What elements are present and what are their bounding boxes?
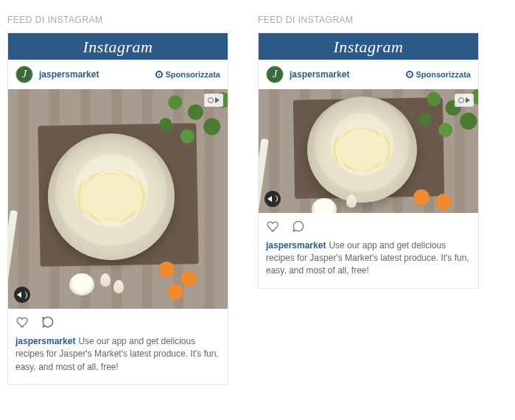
garlic — [346, 195, 357, 208]
gear-icon — [406, 71, 413, 78]
sponsored-label[interactable]: Sponsorizzata — [406, 70, 471, 79]
like-icon[interactable] — [15, 315, 30, 329]
post-caption: jaspersmarketUse our app and get delicio… — [259, 237, 478, 288]
gear-icon — [155, 71, 163, 78]
instagram-card: Instagram J jaspersmarket Sponsorizzata — [7, 32, 228, 385]
post-actions — [8, 309, 228, 332]
section-label: FEED DI INSTAGRAM — [7, 15, 228, 25]
instagram-brand-header: Instagram — [259, 33, 478, 60]
instagram-card: Instagram J jaspersmarket Sponsorizzata — [258, 32, 479, 289]
instagram-brand-header: Instagram — [8, 33, 228, 60]
username-link[interactable]: jaspersmarket — [39, 69, 99, 80]
post-header: J jaspersmarket Sponsorizzata — [259, 60, 478, 89]
username-link[interactable]: jaspersmarket — [290, 69, 349, 80]
comment-icon[interactable] — [41, 315, 55, 329]
post-media[interactable] — [8, 89, 228, 309]
sound-toggle-icon[interactable] — [264, 191, 281, 207]
garlic — [113, 280, 124, 293]
post-header: J jaspersmarket Sponsorizzata — [8, 60, 228, 89]
comment-icon[interactable] — [291, 219, 306, 234]
sponsored-text: Sponsorizzata — [416, 70, 471, 79]
caption-username[interactable]: jaspersmarket — [15, 336, 75, 346]
video-indicator-icon — [204, 94, 223, 107]
sound-toggle-icon[interactable] — [14, 287, 30, 303]
caption-username[interactable]: jaspersmarket — [266, 240, 326, 251]
post-actions — [259, 213, 478, 237]
avatar[interactable]: J — [266, 66, 284, 83]
sponsored-text: Sponsorizzata — [165, 70, 220, 79]
carrot-slice — [413, 189, 430, 206]
post-media[interactable] — [259, 89, 478, 213]
garlic — [100, 273, 111, 287]
preview-column-square: FEED DI INSTAGRAM Instagram J jaspersmar… — [7, 15, 228, 385]
section-label: FEED DI INSTAGRAM — [258, 15, 479, 25]
avatar[interactable]: J — [15, 66, 33, 83]
video-indicator-icon — [455, 94, 474, 107]
sponsored-label[interactable]: Sponsorizzata — [155, 70, 220, 79]
post-caption: jaspersmarketUse our app and get delicio… — [8, 332, 228, 384]
like-icon[interactable] — [266, 219, 281, 234]
preview-column-landscape: FEED DI INSTAGRAM Instagram J jaspersmar… — [258, 15, 479, 289]
